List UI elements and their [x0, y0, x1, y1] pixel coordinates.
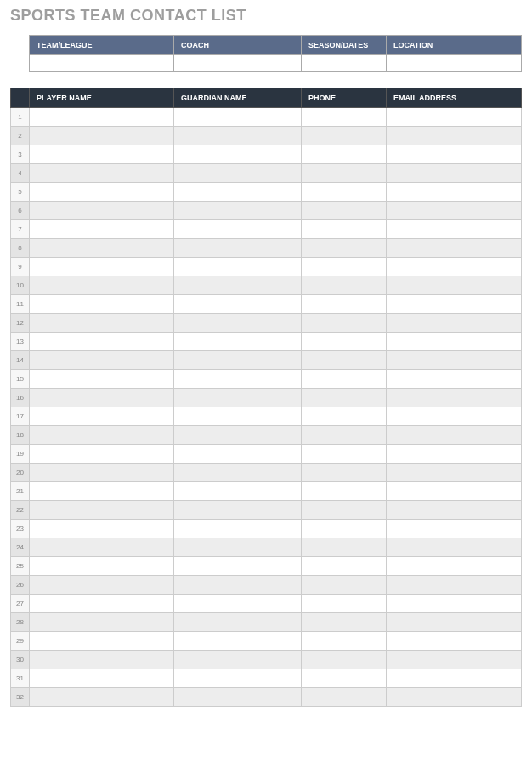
cell-phone[interactable] [302, 520, 387, 538]
cell-player[interactable] [30, 276, 174, 295]
cell-email[interactable] [387, 183, 522, 202]
cell-player[interactable] [30, 482, 174, 501]
cell-email[interactable] [387, 127, 522, 145]
cell-guardian[interactable] [174, 520, 302, 538]
cell-guardian[interactable] [174, 333, 302, 351]
cell-guardian[interactable] [174, 276, 302, 295]
cell-guardian[interactable] [174, 295, 302, 314]
cell-player[interactable] [30, 464, 174, 482]
cell-email[interactable] [387, 576, 522, 595]
cell-guardian[interactable] [174, 445, 302, 464]
cell-player[interactable] [30, 183, 174, 202]
cell-phone[interactable] [302, 127, 387, 145]
cell-phone[interactable] [302, 333, 387, 351]
cell-phone[interactable] [302, 370, 387, 389]
cell-guardian[interactable] [174, 183, 302, 202]
cell-guardian[interactable] [174, 202, 302, 220]
cell-phone[interactable] [302, 538, 387, 557]
cell-player[interactable] [30, 164, 174, 183]
cell-guardian[interactable] [174, 688, 302, 707]
cell-player[interactable] [30, 595, 174, 613]
cell-player[interactable] [30, 202, 174, 220]
cell-phone[interactable] [302, 202, 387, 220]
cell-email[interactable] [387, 426, 522, 445]
cell-guardian[interactable] [174, 407, 302, 426]
cell-phone[interactable] [302, 295, 387, 314]
cell-player[interactable] [30, 258, 174, 276]
cell-phone[interactable] [302, 108, 387, 127]
cell-guardian[interactable] [174, 351, 302, 370]
cell-player[interactable] [30, 145, 174, 164]
cell-phone[interactable] [302, 576, 387, 595]
cell-guardian[interactable] [174, 426, 302, 445]
cell-player[interactable] [30, 351, 174, 370]
cell-player[interactable] [30, 239, 174, 258]
cell-email[interactable] [387, 239, 522, 258]
cell-email[interactable] [387, 333, 522, 351]
cell-phone[interactable] [302, 464, 387, 482]
cell-phone[interactable] [302, 183, 387, 202]
cell-phone[interactable] [302, 389, 387, 407]
cell-phone[interactable] [302, 651, 387, 669]
cell-phone[interactable] [302, 220, 387, 239]
info-value-coach[interactable] [174, 55, 302, 72]
cell-email[interactable] [387, 632, 522, 651]
cell-email[interactable] [387, 370, 522, 389]
cell-email[interactable] [387, 538, 522, 557]
cell-guardian[interactable] [174, 613, 302, 632]
cell-guardian[interactable] [174, 464, 302, 482]
cell-player[interactable] [30, 389, 174, 407]
cell-email[interactable] [387, 295, 522, 314]
cell-phone[interactable] [302, 669, 387, 688]
cell-player[interactable] [30, 407, 174, 426]
cell-email[interactable] [387, 202, 522, 220]
cell-phone[interactable] [302, 613, 387, 632]
cell-player[interactable] [30, 295, 174, 314]
cell-player[interactable] [30, 314, 174, 333]
cell-guardian[interactable] [174, 632, 302, 651]
cell-guardian[interactable] [174, 576, 302, 595]
cell-guardian[interactable] [174, 538, 302, 557]
cell-email[interactable] [387, 613, 522, 632]
cell-email[interactable] [387, 651, 522, 669]
cell-phone[interactable] [302, 407, 387, 426]
cell-email[interactable] [387, 557, 522, 576]
cell-guardian[interactable] [174, 501, 302, 520]
info-value-team[interactable] [30, 55, 174, 72]
cell-player[interactable] [30, 688, 174, 707]
cell-phone[interactable] [302, 557, 387, 576]
cell-player[interactable] [30, 501, 174, 520]
cell-phone[interactable] [302, 145, 387, 164]
cell-email[interactable] [387, 145, 522, 164]
cell-phone[interactable] [302, 258, 387, 276]
cell-guardian[interactable] [174, 239, 302, 258]
cell-phone[interactable] [302, 314, 387, 333]
cell-player[interactable] [30, 669, 174, 688]
cell-player[interactable] [30, 108, 174, 127]
cell-phone[interactable] [302, 482, 387, 501]
cell-phone[interactable] [302, 632, 387, 651]
cell-email[interactable] [387, 258, 522, 276]
cell-player[interactable] [30, 520, 174, 538]
cell-phone[interactable] [302, 445, 387, 464]
cell-guardian[interactable] [174, 258, 302, 276]
cell-guardian[interactable] [174, 651, 302, 669]
cell-email[interactable] [387, 482, 522, 501]
cell-phone[interactable] [302, 688, 387, 707]
cell-guardian[interactable] [174, 108, 302, 127]
cell-guardian[interactable] [174, 557, 302, 576]
cell-player[interactable] [30, 333, 174, 351]
cell-player[interactable] [30, 220, 174, 239]
cell-guardian[interactable] [174, 389, 302, 407]
cell-guardian[interactable] [174, 669, 302, 688]
cell-email[interactable] [387, 520, 522, 538]
cell-email[interactable] [387, 314, 522, 333]
cell-email[interactable] [387, 688, 522, 707]
cell-player[interactable] [30, 445, 174, 464]
cell-player[interactable] [30, 538, 174, 557]
cell-email[interactable] [387, 595, 522, 613]
cell-player[interactable] [30, 613, 174, 632]
cell-guardian[interactable] [174, 220, 302, 239]
cell-phone[interactable] [302, 164, 387, 183]
cell-phone[interactable] [302, 426, 387, 445]
